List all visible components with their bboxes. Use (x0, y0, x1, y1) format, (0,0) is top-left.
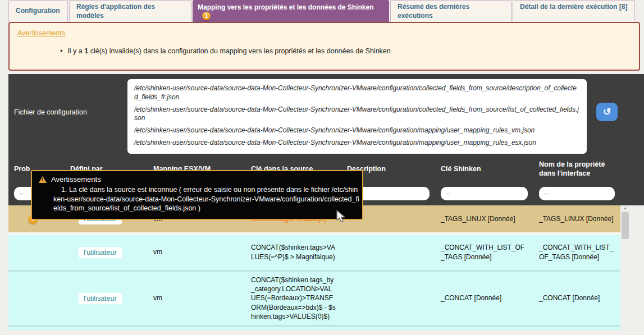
tab-resume-executions[interactable]: Résumé des dernières exécutions (390, 0, 511, 22)
warning-count-badge: 1 (202, 12, 211, 20)
config-files-box: /etc/shinken-user/source-data/source-dat… (127, 79, 587, 154)
user-origin-button[interactable]: l'utilisateur (79, 293, 122, 304)
description-cell (341, 235, 435, 270)
property-name: _TAGS_LINUX [Donnée] (539, 214, 615, 223)
problem-cell (8, 235, 65, 270)
warnings-panel: Avertissements •Il y a 1 clé(s) invalide… (8, 22, 640, 71)
refresh-button[interactable]: ↺ (596, 103, 618, 121)
filter-input-cle-shinken[interactable] (441, 187, 528, 200)
config-file-path: /etc/shinken-user/source-data/source-dat… (134, 139, 580, 148)
warning-icon (39, 176, 47, 183)
description-cell (341, 272, 435, 325)
property-name: _CONCAT [Donnée] (539, 293, 615, 302)
source-key-cell: CONCAT($shinken.tags>VALUES(=^P)$ > Magn… (245, 235, 341, 270)
config-file-path: /etc/shinken-user/source-data/source-dat… (134, 84, 580, 102)
warning-tooltip: Avertissements 1. La clé dans la source … (31, 170, 363, 220)
shinken-key-cell: _CONCAT_WITH_LIST_OF_TAGS [Donnée] (435, 235, 533, 270)
col-header-nom-propriete: Nom de la propriété dans l'interface (533, 153, 620, 185)
warning-text-post: clé(s) invalide(s) dans la configuration… (90, 47, 391, 55)
warnings-link[interactable]: Avertissements (17, 29, 65, 37)
table-row-partial (8, 327, 620, 330)
col-header-cle-shinken: Clé Shinken (435, 153, 533, 185)
property-name: _CONCAT_WITH_LIST_OF_TAGS [Donnée] (539, 243, 615, 261)
tab-label: Mapping vers les propriétés et les donné… (198, 3, 384, 12)
mapping-cell: vm (148, 235, 245, 270)
scrollbar-thumb[interactable] (622, 212, 629, 239)
config-file-path: /etc/shinken-user/source-data/source-dat… (134, 126, 580, 135)
tooltip-message: 1. La clé dans la source est inconnue ( … (53, 185, 361, 213)
tooltip-title: Avertissements (51, 175, 101, 183)
tooltip-title-row: Avertissements (39, 175, 355, 183)
property-name-cell: _TAGS_LINUX [Donnée] (533, 205, 620, 232)
user-origin-button[interactable]: l'utilisateur (79, 247, 122, 258)
refresh-icon: ↺ (603, 106, 611, 118)
app-screen: Configuration Règles d'application des m… (0, 0, 644, 335)
tab-regles-application[interactable]: Règles d'application des modèles (69, 0, 191, 22)
shinken-key-cell: _TAGS_LINUX [Donnée] (435, 205, 533, 232)
table-body: 1 l'utilisateur vm shinken.tags>VALES(0)… (8, 205, 620, 330)
source-key-cell: CONCAT($shinken.tags_by_category.LOCATIO… (245, 272, 341, 325)
shinken-key-cell: _CONCAT [Donnée] (435, 272, 533, 325)
table-scrollbar[interactable]: ▲ (620, 205, 630, 335)
table-row[interactable]: l'utilisateur vm CONCAT($shinken.tags>VA… (8, 235, 620, 272)
warning-text-pre: Il y a (67, 47, 82, 55)
tab-configuration[interactable]: Configuration (8, 0, 68, 22)
bullet-icon: • (60, 47, 62, 55)
config-file-path: /etc/shinken-user/source-data/source-dat… (134, 105, 580, 123)
mouse-cursor-icon (336, 210, 348, 223)
problem-cell (8, 272, 65, 325)
property-name-cell: _CONCAT [Donnée] (533, 272, 620, 325)
defined-by-cell: l'utilisateur (65, 235, 148, 270)
tab-label: Configuration (16, 7, 60, 15)
tab-label: Détail de la dernière exécution [8] (520, 3, 627, 11)
tab-detail-execution[interactable]: Détail de la dernière exécution [8] (513, 0, 635, 22)
tab-label: Résumé des dernières exécutions (398, 3, 469, 20)
defined-by-cell: l'utilisateur (65, 272, 148, 325)
source-key: CONCAT($shinken.tags_by_category.LOCATIO… (251, 276, 336, 321)
warning-count: 1 (84, 47, 88, 55)
tab-mapping-proprietes[interactable]: Mapping vers les propriétés et les donné… (193, 0, 389, 22)
table-row[interactable]: l'utilisateur vm CONCAT($shinken.tags_by… (8, 272, 620, 327)
warning-list-item: •Il y a 1 clé(s) invalide(s) dans la con… (60, 47, 391, 55)
config-file-label: Fichier de configuration (14, 108, 87, 116)
filter-input-nom-propriete[interactable] (539, 187, 615, 200)
tab-label: Règles d'application des modèles (76, 3, 155, 20)
tab-bar: Configuration Règles d'application des m… (8, 0, 635, 22)
mapping-cell: vm (148, 272, 245, 325)
shinken-key: _CONCAT [Donnée] (441, 293, 528, 302)
shinken-key: _TAGS_LINUX [Donnée] (441, 214, 528, 223)
source-key: CONCAT($shinken.tags>VALUES(=^P)$ > Magn… (251, 243, 336, 261)
scroll-up-icon[interactable]: ▲ (620, 206, 630, 210)
property-name-cell: _CONCAT_WITH_LIST_OF_TAGS [Donnée] (533, 235, 620, 270)
shinken-key: _CONCAT_WITH_LIST_OF_TAGS [Donnée] (441, 243, 528, 261)
